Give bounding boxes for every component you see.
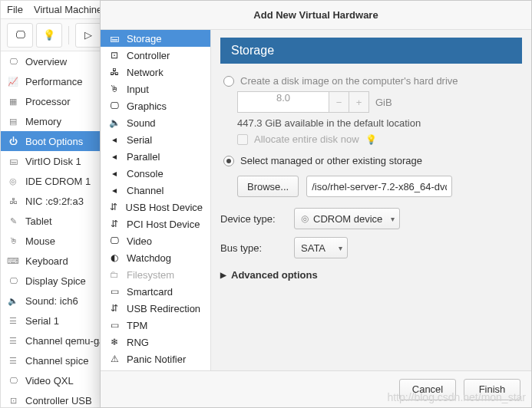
- sidebar-item-label: Tablet: [25, 216, 52, 227]
- hw-item-pci-host[interactable]: ⇵PCI Host Device: [101, 216, 210, 232]
- hw-item-filesystem: 🗀Filesystem: [101, 266, 210, 283]
- hw-item-controller-icon: ⊡: [108, 49, 121, 61]
- hw-item-label: Panic Notifier: [127, 354, 186, 365]
- storage-path-input[interactable]: [306, 176, 452, 197]
- sidebar-item-memory-icon: ▤: [7, 115, 19, 127]
- hw-item-channel-icon: ◂: [108, 184, 121, 196]
- sidebar-item-label: IDE CDROM 1: [25, 176, 91, 187]
- hw-item-label: Input: [127, 84, 149, 95]
- sidebar-item-label: Processor: [25, 96, 71, 107]
- device-type-combo[interactable]: ◎ CDROM device: [294, 208, 400, 229]
- run-button[interactable]: ▷: [75, 23, 101, 48]
- sidebar-item-channel-spice-icon: ☰: [7, 354, 19, 367]
- hw-item-input[interactable]: 🖰Input: [101, 81, 210, 97]
- sidebar-item-label: Performance: [25, 76, 82, 87]
- console-view-button[interactable]: 🖵: [7, 23, 33, 48]
- bus-type-label: Bus type:: [220, 242, 286, 254]
- monitor-icon: 🖵: [15, 29, 25, 41]
- sidebar-item-label: Overview: [25, 56, 67, 67]
- cdrom-icon: ◎: [301, 213, 309, 224]
- hw-item-channel[interactable]: ◂Channel: [101, 182, 210, 199]
- dialog-footer: Cancel Finish: [101, 370, 531, 407]
- hint-bulb-icon[interactable]: 💡: [365, 134, 377, 145]
- hw-item-watchdog-icon: ◐: [108, 252, 121, 264]
- hw-item-pci-host-icon: ⇵: [108, 218, 121, 230]
- sidebar-item-overview-icon: 🖵: [7, 55, 19, 67]
- hw-item-storage[interactable]: 🖴Storage: [101, 30, 210, 47]
- allocate-entire-disk-row[interactable]: Allocate entire disk now 💡: [237, 133, 522, 145]
- hw-item-parallel-icon: ◂: [108, 150, 121, 163]
- radio-create-disk[interactable]: Create a disk image on the computer's ha…: [220, 73, 522, 91]
- hw-item-watchdog[interactable]: ◐Watchdog: [101, 249, 210, 266]
- add-hardware-dialog: Add New Virtual Hardware 🖴Storage⊡Contro…: [100, 0, 532, 408]
- sidebar-item-label: Channel qemu-ga: [25, 335, 104, 347]
- hw-item-usb-host[interactable]: ⇵USB Host Device: [101, 199, 210, 216]
- hw-item-panic-icon: ⚠: [108, 353, 121, 365]
- hw-item-sound[interactable]: 🔈Sound: [101, 114, 210, 131]
- radio-create-disk-label: Create a disk image on the computer's ha…: [240, 75, 458, 87]
- hw-item-tpm-icon: ▭: [108, 319, 121, 331]
- bus-type-combo[interactable]: SATA: [294, 237, 348, 258]
- sidebar-item-nic-icon: 🖧: [7, 195, 19, 207]
- sidebar-item-virtio-disk-1-icon: 🖴: [7, 155, 19, 167]
- hw-item-label: Filesystem: [127, 269, 174, 281]
- sidebar-item-display-spice-icon: 🖵: [7, 275, 19, 287]
- menu-file[interactable]: File: [7, 4, 23, 15]
- sidebar-item-performance-icon: 📈: [7, 75, 19, 87]
- hw-item-graphics[interactable]: 🖵Graphics: [101, 97, 210, 114]
- hw-item-panic[interactable]: ⚠Panic Notifier: [101, 350, 210, 367]
- bus-type-value: SATA: [301, 242, 325, 254]
- sidebar-item-boot-options-icon: ⏻: [7, 135, 19, 147]
- disk-size-input[interactable]: 8.0: [237, 91, 329, 113]
- sidebar-item-ide-cdrom-1-icon: ◎: [7, 175, 19, 187]
- hw-item-label: Channel: [127, 185, 164, 196]
- hw-item-serial[interactable]: ◂Serial: [101, 131, 210, 148]
- dialog-content: Storage Create a disk image on the compu…: [211, 30, 531, 370]
- sidebar-item-sound-icon: 🔈: [7, 294, 19, 307]
- hw-item-smartcard-icon: ▭: [108, 285, 121, 298]
- sidebar-item-label: Mouse: [25, 235, 55, 247]
- toolbar-separator: [68, 26, 69, 44]
- hw-item-video[interactable]: 🖵Video: [101, 232, 210, 249]
- sidebar-item-label: Memory: [25, 116, 61, 127]
- sidebar-item-label: NIC :c9:2f:a3: [25, 196, 84, 207]
- hw-item-label: Watchdog: [127, 252, 171, 264]
- hw-item-parallel[interactable]: ◂Parallel: [101, 148, 210, 165]
- device-type-label: Device type:: [220, 213, 286, 225]
- play-icon: ▷: [84, 29, 92, 41]
- details-view-button[interactable]: 💡: [36, 23, 62, 48]
- sidebar-item-channel-qemu-ga-icon: ☰: [7, 334, 19, 347]
- radio-select-existing[interactable]: Select managed or other existing storage: [220, 153, 522, 171]
- disk-size-unit: GiB: [375, 97, 392, 108]
- hw-item-label: Serial: [127, 134, 152, 146]
- browse-button[interactable]: Browse...: [237, 176, 299, 197]
- hw-item-network[interactable]: 🖧Network: [101, 64, 210, 81]
- hw-item-smartcard[interactable]: ▭Smartcard: [101, 283, 210, 300]
- hw-item-console[interactable]: ◂Console: [101, 165, 210, 182]
- sidebar-item-label: VirtIO Disk 1: [25, 156, 81, 167]
- hw-item-label: Graphics: [127, 100, 167, 112]
- menu-virtual-machine[interactable]: Virtual Machine: [34, 4, 102, 15]
- allocate-entire-disk-label: Allocate entire disk now: [254, 133, 359, 145]
- hw-item-controller[interactable]: ⊡Controller: [101, 47, 210, 64]
- sidebar-item-label: Video QXL: [25, 375, 74, 387]
- hw-item-network-icon: 🖧: [108, 66, 121, 78]
- hw-item-storage-icon: 🖴: [108, 32, 121, 44]
- sidebar-item-label: Controller USB: [25, 395, 92, 406]
- increment-button[interactable]: +: [349, 91, 369, 113]
- checkbox-icon: [237, 134, 248, 145]
- advanced-options-expander[interactable]: ▶ Advanced options: [220, 269, 522, 281]
- sidebar-item-processor-icon: ▦: [7, 95, 19, 107]
- hw-item-rng[interactable]: ❄RNG: [101, 334, 210, 350]
- sidebar-item-tablet-icon: ✎: [7, 215, 19, 227]
- hw-item-usb-redir-icon: ⇵: [108, 302, 121, 314]
- cancel-button[interactable]: Cancel: [399, 379, 456, 400]
- hw-item-label: PCI Host Device: [127, 219, 200, 230]
- hw-item-usb-redir[interactable]: ⇵USB Redirection: [101, 300, 210, 317]
- decrement-button[interactable]: −: [329, 91, 349, 113]
- hw-item-label: Controller: [127, 50, 170, 61]
- finish-button[interactable]: Finish: [464, 379, 520, 400]
- sidebar-item-keyboard-icon: ⌨: [7, 255, 19, 267]
- sidebar-item-label: Keyboard: [25, 255, 68, 267]
- hw-item-tpm[interactable]: ▭TPM: [101, 317, 210, 334]
